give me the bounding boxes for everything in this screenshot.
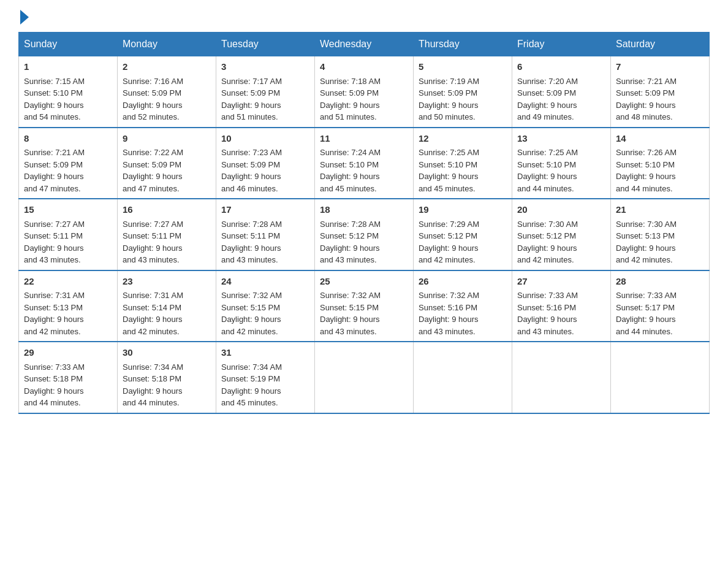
day-number: 17 — [221, 203, 309, 217]
calendar-week-4: 22 Sunrise: 7:31 AMSunset: 5:13 PMDaylig… — [19, 270, 710, 342]
calendar-cell: 16 Sunrise: 7:27 AMSunset: 5:11 PMDaylig… — [118, 199, 216, 270]
day-number: 21 — [616, 203, 704, 217]
day-info: Sunrise: 7:28 AMSunset: 5:11 PMDaylight:… — [221, 220, 282, 265]
day-info: Sunrise: 7:32 AMSunset: 5:16 PMDaylight:… — [419, 291, 479, 336]
calendar-cell: 12 Sunrise: 7:25 AMSunset: 5:10 PMDaylig… — [414, 128, 512, 199]
calendar-cell: 8 Sunrise: 7:21 AMSunset: 5:09 PMDayligh… — [19, 128, 118, 199]
day-number: 16 — [123, 203, 211, 217]
day-info: Sunrise: 7:28 AMSunset: 5:12 PMDaylight:… — [320, 220, 381, 265]
calendar-cell: 31 Sunrise: 7:34 AMSunset: 5:19 PMDaylig… — [216, 342, 315, 413]
day-number: 12 — [419, 132, 507, 146]
calendar-cell: 4 Sunrise: 7:18 AMSunset: 5:09 PMDayligh… — [315, 56, 414, 128]
days-header-row: SundayMondayTuesdayWednesdayThursdayFrid… — [19, 33, 710, 56]
calendar-cell: 10 Sunrise: 7:23 AMSunset: 5:09 PMDaylig… — [216, 128, 315, 199]
day-of-week-friday: Friday — [512, 33, 611, 56]
day-info: Sunrise: 7:30 AMSunset: 5:13 PMDaylight:… — [616, 220, 677, 265]
day-info: Sunrise: 7:33 AMSunset: 5:18 PMDaylight:… — [24, 362, 85, 408]
day-number: 14 — [616, 132, 704, 146]
day-number: 9 — [123, 132, 211, 146]
calendar-cell: 5 Sunrise: 7:19 AMSunset: 5:09 PMDayligh… — [414, 56, 512, 128]
calendar-cell: 1 Sunrise: 7:15 AMSunset: 5:10 PMDayligh… — [19, 56, 118, 128]
day-info: Sunrise: 7:22 AMSunset: 5:09 PMDaylight:… — [123, 148, 183, 193]
day-info: Sunrise: 7:15 AMSunset: 5:10 PMDaylight:… — [24, 77, 85, 122]
calendar-cell: 20 Sunrise: 7:30 AMSunset: 5:12 PMDaylig… — [512, 199, 611, 270]
day-of-week-wednesday: Wednesday — [315, 33, 414, 56]
calendar-cell: 28 Sunrise: 7:33 AMSunset: 5:17 PMDaylig… — [611, 270, 710, 342]
calendar-cell: 22 Sunrise: 7:31 AMSunset: 5:13 PMDaylig… — [19, 270, 118, 342]
calendar-cell: 7 Sunrise: 7:21 AMSunset: 5:09 PMDayligh… — [611, 56, 710, 128]
day-info: Sunrise: 7:18 AMSunset: 5:09 PMDaylight:… — [320, 77, 381, 122]
day-info: Sunrise: 7:27 AMSunset: 5:11 PMDaylight:… — [123, 220, 183, 265]
calendar-cell: 11 Sunrise: 7:24 AMSunset: 5:10 PMDaylig… — [315, 128, 414, 199]
calendar-cell — [512, 342, 611, 413]
day-number: 20 — [517, 203, 605, 217]
calendar-cell — [414, 342, 512, 413]
logo-triangle-icon — [20, 10, 29, 25]
day-number: 23 — [123, 275, 211, 289]
day-info: Sunrise: 7:21 AMSunset: 5:09 PMDaylight:… — [24, 148, 85, 193]
day-info: Sunrise: 7:31 AMSunset: 5:13 PMDaylight:… — [24, 291, 85, 336]
day-info: Sunrise: 7:17 AMSunset: 5:09 PMDaylight:… — [221, 77, 282, 122]
day-number: 19 — [419, 203, 507, 217]
day-of-week-sunday: Sunday — [19, 33, 118, 56]
calendar-cell: 26 Sunrise: 7:32 AMSunset: 5:16 PMDaylig… — [414, 270, 512, 342]
day-number: 15 — [24, 203, 112, 217]
day-info: Sunrise: 7:20 AMSunset: 5:09 PMDaylight:… — [517, 77, 578, 122]
calendar-cell: 25 Sunrise: 7:32 AMSunset: 5:15 PMDaylig… — [315, 270, 414, 342]
day-number: 28 — [616, 275, 704, 289]
calendar-cell: 29 Sunrise: 7:33 AMSunset: 5:18 PMDaylig… — [19, 342, 118, 413]
day-number: 27 — [517, 275, 605, 289]
calendar-cell: 2 Sunrise: 7:16 AMSunset: 5:09 PMDayligh… — [118, 56, 216, 128]
day-info: Sunrise: 7:33 AMSunset: 5:17 PMDaylight:… — [616, 291, 677, 336]
day-info: Sunrise: 7:34 AMSunset: 5:19 PMDaylight:… — [221, 362, 282, 408]
calendar-cell: 17 Sunrise: 7:28 AMSunset: 5:11 PMDaylig… — [216, 199, 315, 270]
day-info: Sunrise: 7:30 AMSunset: 5:12 PMDaylight:… — [517, 220, 578, 265]
day-info: Sunrise: 7:34 AMSunset: 5:18 PMDaylight:… — [123, 362, 183, 408]
day-number: 25 — [320, 275, 408, 289]
calendar-week-5: 29 Sunrise: 7:33 AMSunset: 5:18 PMDaylig… — [19, 342, 710, 413]
day-number: 31 — [221, 346, 309, 360]
day-number: 30 — [123, 346, 211, 360]
day-info: Sunrise: 7:21 AMSunset: 5:09 PMDaylight:… — [616, 77, 677, 122]
day-number: 1 — [24, 60, 112, 74]
calendar-cell — [315, 342, 414, 413]
day-number: 18 — [320, 203, 408, 217]
day-info: Sunrise: 7:32 AMSunset: 5:15 PMDaylight:… — [221, 291, 282, 336]
calendar-week-2: 8 Sunrise: 7:21 AMSunset: 5:09 PMDayligh… — [19, 128, 710, 199]
day-info: Sunrise: 7:29 AMSunset: 5:12 PMDaylight:… — [419, 220, 479, 265]
calendar-cell: 18 Sunrise: 7:28 AMSunset: 5:12 PMDaylig… — [315, 199, 414, 270]
calendar-cell: 27 Sunrise: 7:33 AMSunset: 5:16 PMDaylig… — [512, 270, 611, 342]
calendar-cell: 3 Sunrise: 7:17 AMSunset: 5:09 PMDayligh… — [216, 56, 315, 128]
day-number: 7 — [616, 60, 704, 74]
calendar-week-1: 1 Sunrise: 7:15 AMSunset: 5:10 PMDayligh… — [19, 56, 710, 128]
day-info: Sunrise: 7:16 AMSunset: 5:09 PMDaylight:… — [123, 77, 183, 122]
day-number: 8 — [24, 132, 112, 146]
day-of-week-tuesday: Tuesday — [216, 33, 315, 56]
calendar-cell: 6 Sunrise: 7:20 AMSunset: 5:09 PMDayligh… — [512, 56, 611, 128]
day-number: 22 — [24, 275, 112, 289]
day-info: Sunrise: 7:25 AMSunset: 5:10 PMDaylight:… — [419, 148, 479, 193]
day-number: 5 — [419, 60, 507, 74]
calendar-cell: 21 Sunrise: 7:30 AMSunset: 5:13 PMDaylig… — [611, 199, 710, 270]
day-number: 13 — [517, 132, 605, 146]
day-info: Sunrise: 7:26 AMSunset: 5:10 PMDaylight:… — [616, 148, 677, 193]
day-number: 4 — [320, 60, 408, 74]
day-info: Sunrise: 7:19 AMSunset: 5:09 PMDaylight:… — [419, 77, 479, 122]
calendar-cell: 13 Sunrise: 7:25 AMSunset: 5:10 PMDaylig… — [512, 128, 611, 199]
day-info: Sunrise: 7:24 AMSunset: 5:10 PMDaylight:… — [320, 148, 381, 193]
day-number: 10 — [221, 132, 309, 146]
page-header — [18, 12, 710, 20]
day-number: 24 — [221, 275, 309, 289]
day-of-week-thursday: Thursday — [414, 33, 512, 56]
calendar-cell: 19 Sunrise: 7:29 AMSunset: 5:12 PMDaylig… — [414, 199, 512, 270]
day-of-week-saturday: Saturday — [611, 33, 710, 56]
calendar-cell: 30 Sunrise: 7:34 AMSunset: 5:18 PMDaylig… — [118, 342, 216, 413]
logo — [18, 12, 29, 20]
day-number: 6 — [517, 60, 605, 74]
day-info: Sunrise: 7:32 AMSunset: 5:15 PMDaylight:… — [320, 291, 381, 336]
day-info: Sunrise: 7:33 AMSunset: 5:16 PMDaylight:… — [517, 291, 578, 336]
day-number: 3 — [221, 60, 309, 74]
day-info: Sunrise: 7:31 AMSunset: 5:14 PMDaylight:… — [123, 291, 183, 336]
calendar-cell: 9 Sunrise: 7:22 AMSunset: 5:09 PMDayligh… — [118, 128, 216, 199]
day-info: Sunrise: 7:27 AMSunset: 5:11 PMDaylight:… — [24, 220, 85, 265]
